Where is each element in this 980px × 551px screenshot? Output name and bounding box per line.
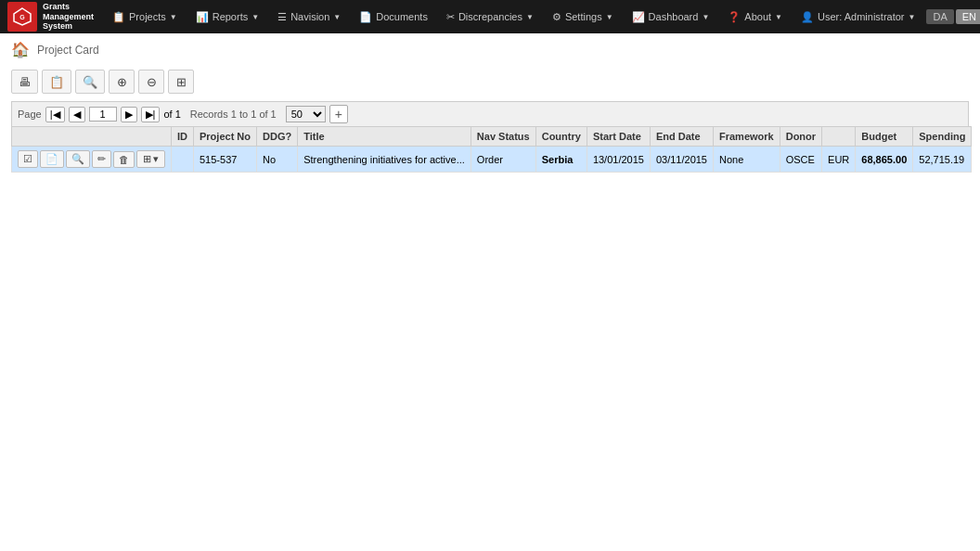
svg-text:G: G [19, 14, 25, 20]
row-edit-button[interactable]: ✏ [92, 150, 111, 168]
nav-documents[interactable]: 📄 Documents [352, 0, 435, 33]
col-id[interactable]: ID [172, 127, 194, 147]
row-more-button[interactable]: ⊞ ▾ [136, 150, 165, 168]
col-ddg[interactable]: DDG? [257, 127, 298, 147]
row-action-cell: ☑ 📄 🔍 ✏ 🗑 ⊞ ▾ [12, 147, 172, 173]
prev-page-button[interactable]: ◀ [69, 107, 85, 122]
col-spending[interactable]: Spending [913, 127, 972, 147]
filter-icon: ⊞ [176, 75, 187, 89]
cell-spending: 52,715.19 [913, 147, 972, 173]
project-card-tab[interactable]: Project Card [37, 44, 99, 57]
print-icon: 🖶 [19, 75, 31, 89]
cell-title: Strengthening initiatives for active... [298, 147, 471, 173]
top-navbar: G Grants Management System 📋 Projects ▼ … [0, 0, 980, 33]
nav-reports[interactable]: 📊 Reports ▼ [188, 0, 266, 33]
table-header-row: ID Project No DDG? Title Nav Status Coun… [12, 127, 972, 147]
add-record-button[interactable]: + [329, 105, 348, 123]
pagination-bar: Page |◀ ◀ ▶ ▶| of 1 Records 1 to 1 of 1 … [11, 101, 969, 126]
cell-framework: None [714, 147, 780, 173]
zoom-in-icon: ⊕ [117, 75, 127, 89]
tab-bar: 🏠 Project Card [11, 41, 969, 58]
row-view-button[interactable]: 🔍 [66, 150, 90, 168]
col-budget[interactable]: Budget [856, 127, 913, 147]
discrepancies-icon: ✂ [446, 11, 455, 23]
reports-caret: ▼ [251, 13, 259, 21]
brand-text: Grants Management System [43, 2, 94, 32]
navision-icon: ☰ [277, 11, 287, 23]
cell-end-date: 03/11/2015 [650, 147, 713, 173]
row-actions: ☑ 📄 🔍 ✏ 🗑 ⊞ ▾ [18, 150, 165, 168]
zoom-out-icon: ⊖ [147, 75, 157, 89]
navision-caret: ▼ [333, 13, 341, 21]
page-label: Page [18, 109, 42, 120]
dashboard-icon: 📈 [632, 11, 645, 23]
about-caret: ▼ [775, 13, 782, 21]
col-project-no[interactable]: Project No [194, 127, 257, 147]
per-page-select[interactable]: 50 25 100 [286, 106, 326, 122]
row-select-button[interactable]: ☑ [18, 150, 38, 168]
content-area: 🏠 Project Card 🖶 📋 🔍 ⊕ ⊖ ⊞ Page |◀ ◀ ▶ ▶… [0, 33, 980, 180]
projects-caret: ▼ [170, 13, 177, 21]
zoom-in-button[interactable]: ⊕ [109, 70, 135, 94]
user-icon: 👤 [801, 11, 814, 23]
cell-currency: EUR [822, 147, 856, 173]
row-delete-button[interactable]: 🗑 [113, 151, 135, 168]
reports-icon: 📊 [196, 11, 209, 23]
cell-project-no: 515-537 [194, 147, 257, 173]
cell-country: Serbia [535, 147, 587, 173]
projects-icon: 📋 [112, 11, 125, 23]
col-framework[interactable]: Framework [714, 127, 780, 147]
col-country[interactable]: Country [535, 127, 587, 147]
user-caret: ▼ [909, 13, 916, 21]
lang-da-button[interactable]: DA [926, 9, 953, 24]
search-button[interactable]: 🔍 [75, 70, 105, 94]
cell-start-date: 13/01/2015 [587, 147, 650, 173]
col-nav-status[interactable]: Nav Status [471, 127, 535, 147]
nav-navision[interactable]: ☰ Navision ▼ [270, 0, 348, 33]
about-icon: ❓ [728, 11, 741, 23]
main-toolbar: 🖶 📋 🔍 ⊕ ⊖ ⊞ [11, 66, 969, 97]
next-page-button[interactable]: ▶ [121, 107, 137, 122]
table-row[interactable]: ☑ 📄 🔍 ✏ 🗑 ⊞ ▾ 515-537NoStrengthening ini… [12, 147, 972, 173]
col-end-date[interactable]: End Date [650, 127, 713, 147]
filter-button[interactable]: ⊞ [168, 70, 194, 94]
nav-user[interactable]: 👤 User: Administrator ▼ [793, 0, 922, 33]
nav-projects[interactable]: 📋 Projects ▼ [105, 0, 185, 33]
col-title[interactable]: Title [298, 127, 471, 147]
documents-icon: 📄 [359, 11, 372, 23]
of-pages-label: of 1 [163, 109, 180, 120]
records-text: Records 1 to 1 of 1 [190, 109, 277, 120]
cell-id [172, 147, 194, 173]
language-switcher: DA EN [926, 9, 980, 24]
settings-caret: ▼ [606, 13, 613, 21]
first-page-button[interactable]: |◀ [45, 107, 65, 122]
zoom-out-button[interactable]: ⊖ [138, 70, 164, 94]
col-actions [12, 127, 172, 147]
page-input[interactable] [89, 107, 117, 122]
col-currency [822, 127, 856, 147]
dashboard-caret: ▼ [702, 13, 709, 21]
nav-discrepancies[interactable]: ✂ Discrepancies ▼ [439, 0, 541, 33]
col-donor[interactable]: Donor [780, 127, 821, 147]
cell-ddg: No [257, 147, 298, 173]
col-start-date[interactable]: Start Date [587, 127, 650, 147]
brand-logo: G [7, 2, 37, 32]
data-table: ID Project No DDG? Title Nav Status Coun… [11, 126, 972, 173]
settings-icon: ⚙ [552, 11, 561, 23]
cell-budget: 68,865.00 [856, 147, 913, 173]
logo-icon: G [12, 6, 32, 27]
discrepancies-caret: ▼ [526, 13, 534, 21]
nav-dashboard[interactable]: 📈 Dashboard ▼ [625, 0, 717, 33]
print2-icon: 📋 [49, 75, 64, 89]
print2-button[interactable]: 📋 [42, 70, 71, 94]
brand-logo-area: G Grants Management System [7, 2, 94, 32]
nav-settings[interactable]: ⚙ Settings ▼ [545, 0, 621, 33]
print-button[interactable]: 🖶 [11, 70, 38, 94]
last-page-button[interactable]: ▶| [141, 107, 161, 122]
lang-en-button[interactable]: EN [956, 9, 980, 24]
nav-about[interactable]: ❓ About ▼ [720, 0, 790, 33]
cell-nav-status: Order [471, 147, 535, 173]
home-button[interactable]: 🏠 [11, 41, 30, 58]
row-card-button[interactable]: 📄 [40, 150, 64, 168]
search-icon: 🔍 [83, 75, 97, 89]
